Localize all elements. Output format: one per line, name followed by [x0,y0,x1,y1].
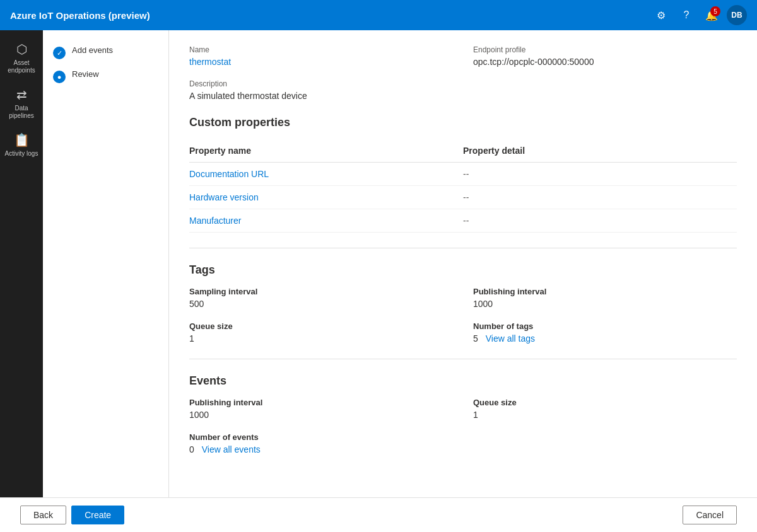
app-title: Azure IoT Operations (preview) [10,10,651,21]
description-value: A simulated thermostat device [189,91,737,101]
tags-queue-size-label: Queue size [189,321,453,331]
asset-endpoints-icon: ⬡ [16,42,27,57]
wizard-panel: ✓ Add events ● Review [43,30,169,497]
tags-number-of-tags-count: 5 [473,333,478,344]
sidebar-item-label-data-pipelines: Data pipelines [3,105,40,120]
sidebar-item-label-activity-logs: Activity logs [5,150,38,158]
description-label: Description [189,79,737,88]
notification-badge: 5 [710,6,720,16]
description-field: Description A simulated thermostat devic… [189,79,737,101]
prop-detail-0: -- [463,169,737,179]
events-number-of-events-label: Number of events [189,432,453,442]
help-button[interactable]: ? [676,5,696,25]
cancel-button[interactable]: Cancel [683,506,737,524]
sidebar-item-asset-endpoints[interactable]: ⬡ Asset endpoints [0,37,43,79]
prop-name-1: Hardware version [189,192,463,202]
events-queue-size-value: 1 [473,410,737,420]
events-number-of-events-field: Number of events 0 View all events [189,432,453,454]
step-label-add-events: Add events [72,45,113,55]
tags-queue-size-value: 1 [189,333,453,344]
tags-sampling-interval-field: Sampling interval 500 [189,287,453,309]
endpoint-profile-value: opc.tcp://opcplc-000000:50000 [473,57,737,67]
main-layout: ⬡ Asset endpoints ⇄ Data pipelines 📋 Act… [0,30,757,497]
asset-info-grid: Name thermostat Endpoint profile opc.tcp… [189,45,737,67]
prop-name-2: Manufacturer [189,216,463,226]
user-avatar-button[interactable]: DB [727,5,747,25]
events-publishing-interval-value: 1000 [189,410,453,420]
custom-prop-row-1: Hardware version -- [189,186,737,209]
help-icon: ? [684,9,690,21]
custom-prop-row-2: Manufacturer -- [189,209,737,233]
tags-number-of-tags-row: 5 View all tags [473,333,737,344]
tags-sampling-interval-value: 500 [189,299,453,309]
custom-properties-header-row: Property name Property detail [189,139,737,163]
tags-sampling-interval-label: Sampling interval [189,287,453,296]
custom-properties-table: Property name Property detail Documentat… [189,139,737,233]
notifications-button[interactable]: 🔔 5 [701,5,722,25]
asset-name-field: Name thermostat [189,45,453,67]
content-body: Name thermostat Endpoint profile opc.tcp… [169,30,757,497]
avatar-initials: DB [731,11,742,20]
events-number-of-events-row: 0 View all events [189,444,453,454]
content-area: ✓ Add events ● Review Name thermostat En… [43,30,757,497]
gear-icon: ⚙ [657,9,666,21]
create-button[interactable]: Create [71,506,124,524]
tags-stats-grid: Sampling interval 500 Publishing interva… [189,287,737,344]
prop-detail-1: -- [463,192,737,202]
divider-2 [189,359,737,359]
wizard-step-add-events[interactable]: ✓ Add events [43,40,168,64]
view-all-events-link[interactable]: View all events [202,444,261,454]
sidebar-item-activity-logs[interactable]: 📋 Activity logs [0,127,43,163]
events-number-of-events-count: 0 [189,444,194,454]
events-queue-size-field: Queue size 1 [473,398,737,420]
sidebar-item-data-pipelines[interactable]: ⇄ Data pipelines [0,82,43,125]
events-publishing-interval-field: Publishing interval 1000 [189,398,453,420]
asset-name-value: thermostat [189,57,453,67]
tags-publishing-interval-field: Publishing interval 1000 [473,287,737,309]
wizard-step-review[interactable]: ● Review [43,64,168,88]
prop-detail-col-header: Property detail [463,146,737,156]
back-button[interactable]: Back [20,506,66,524]
sidebar-item-label-asset-endpoints: Asset endpoints [3,59,40,74]
data-pipelines-icon: ⇄ [16,87,27,102]
events-section-header: Events [189,374,737,388]
tags-queue-size-field: Queue size 1 [189,321,453,344]
custom-prop-row-0: Documentation URL -- [189,163,737,186]
asset-name-label: Name [189,45,453,54]
step-indicator-add-events: ✓ [53,47,66,59]
events-queue-size-label: Queue size [473,398,737,407]
custom-properties-header: Custom properties [189,116,737,129]
topbar-actions: ⚙ ? 🔔 5 DB [651,5,747,25]
prop-name-0: Documentation URL [189,169,463,179]
activity-logs-icon: 📋 [14,132,30,147]
topbar: Azure IoT Operations (preview) ⚙ ? 🔔 5 D… [0,0,757,30]
footer: Back Create Cancel [0,497,757,532]
tags-section-header: Tags [189,263,737,277]
sidebar: ⬡ Asset endpoints ⇄ Data pipelines 📋 Act… [0,30,43,497]
settings-button[interactable]: ⚙ [651,5,671,25]
step-label-review: Review [72,69,99,79]
step-indicator-review: ● [53,71,66,83]
events-publishing-interval-label: Publishing interval [189,398,453,407]
prop-detail-2: -- [463,216,737,226]
endpoint-profile-label: Endpoint profile [473,45,737,54]
tags-number-of-tags-field: Number of tags 5 View all tags [473,321,737,344]
endpoint-profile-field: Endpoint profile opc.tcp://opcplc-000000… [473,45,737,67]
main-content: Name thermostat Endpoint profile opc.tcp… [169,30,757,497]
tags-publishing-interval-label: Publishing interval [473,287,737,296]
events-stats-grid: Publishing interval 1000 Queue size 1 Nu… [189,398,737,454]
tags-publishing-interval-value: 1000 [473,299,737,309]
view-all-tags-link[interactable]: View all tags [486,333,535,344]
prop-name-col-header: Property name [189,146,463,156]
divider-1 [189,248,737,248]
tags-number-of-tags-label: Number of tags [473,321,737,331]
